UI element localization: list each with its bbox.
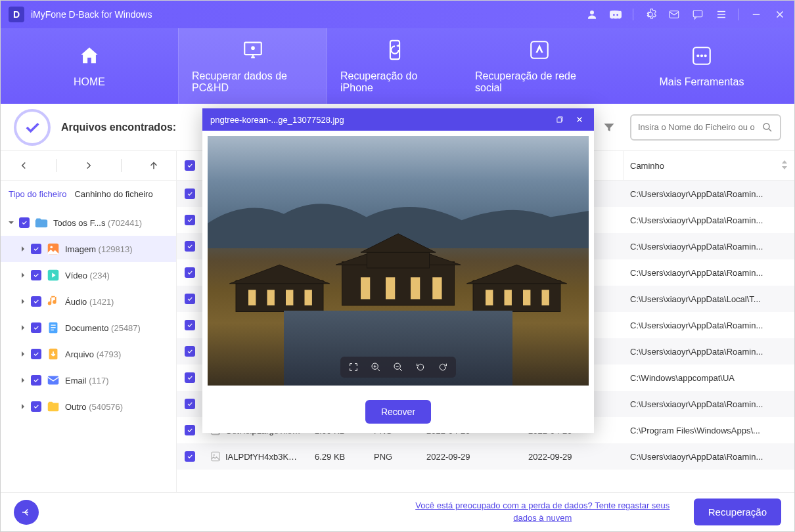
svg-rect-36 (267, 290, 275, 306)
monitor-icon (242, 39, 264, 64)
nav-up[interactable] (141, 156, 167, 175)
fullscreen-icon[interactable] (347, 361, 360, 374)
rotate-left-icon[interactable] (414, 361, 427, 374)
tree-item[interactable]: Outro (540576) (1, 393, 176, 420)
row-checkbox[interactable] (185, 399, 195, 409)
footer-recover-button[interactable]: Recuperação (694, 499, 781, 525)
category-icon (45, 241, 61, 257)
svg-rect-43 (361, 278, 370, 299)
tab-recover-iphone[interactable]: Recuperação do iPhone (327, 28, 462, 104)
tree-item[interactable]: Documento (25487) (1, 315, 176, 341)
tree-checkbox[interactable] (31, 375, 41, 386)
svg-rect-6 (531, 41, 548, 58)
svg-rect-26 (557, 118, 561, 122)
caret-icon[interactable] (19, 298, 27, 305)
row-checkbox[interactable] (185, 188, 195, 199)
row-checkbox[interactable] (185, 346, 195, 357)
caret-icon[interactable] (19, 377, 27, 384)
svg-rect-21 (48, 376, 59, 385)
svg-rect-2 (693, 11, 702, 17)
caret-icon[interactable] (19, 246, 27, 252)
tree-checkbox[interactable] (31, 401, 41, 412)
tree-item[interactable]: Áudio (1421) (1, 288, 176, 315)
tree-checkbox[interactable] (31, 270, 41, 280)
row-checkbox[interactable] (185, 320, 195, 330)
preview-close-icon[interactable] (573, 113, 586, 126)
tree-checkbox[interactable] (31, 349, 41, 359)
nav-forward[interactable] (76, 156, 102, 175)
row-checkbox[interactable] (185, 425, 195, 435)
preview-filename: pngtree-korean-...ge_13077528.jpg (210, 115, 547, 125)
svg-point-8 (696, 54, 699, 56)
tree-item[interactable]: Vídeo (234) (1, 262, 176, 288)
more-icon (691, 45, 713, 70)
th-path[interactable]: Caminho (624, 151, 794, 180)
mail-icon[interactable] (668, 8, 681, 21)
tree-item[interactable]: Imagem (129813) (1, 236, 176, 262)
preview-recover-button[interactable]: Recover (365, 400, 431, 424)
feedback-icon[interactable] (691, 8, 704, 21)
category-icon (45, 320, 61, 336)
sidebar: Tipo do ficheiro Canhinho do ficheiro To… (1, 151, 177, 492)
tree-checkbox[interactable] (19, 217, 30, 228)
rotate-right-icon[interactable] (436, 361, 449, 374)
tree-item[interactable]: Todos os F...s (702441) (1, 210, 176, 236)
caret-icon[interactable] (19, 324, 27, 331)
row-checkbox[interactable] (185, 267, 195, 278)
filter-icon[interactable] (599, 117, 620, 138)
category-icon (45, 399, 61, 414)
app-logo: D (9, 7, 24, 22)
preview-modal: pngtree-korean-...ge_13077528.jpg Recove… (202, 108, 594, 433)
row-checkbox[interactable] (185, 451, 195, 462)
zoom-in-icon[interactable] (369, 361, 382, 374)
preview-restore-icon[interactable] (553, 113, 566, 126)
tab-more-tools[interactable]: Mais Ferramentas (616, 28, 787, 104)
caret-icon[interactable] (19, 403, 27, 410)
caret-icon[interactable] (19, 351, 27, 357)
category-icon (45, 372, 61, 388)
category-icon (45, 267, 61, 283)
category-icon (34, 215, 49, 231)
tree-item[interactable]: Email (117) (1, 367, 176, 393)
tab-recover-social[interactable]: Recuperação de rede social (462, 28, 616, 104)
search-input-wrap[interactable] (630, 114, 781, 141)
table-row[interactable]: IALPDfYH4xb3KUj...6.29 KBPNG2022-09-2920… (177, 443, 794, 470)
tab-recover-pc[interactable]: Recuperar dados de PC&HD (179, 28, 327, 104)
row-checkbox[interactable] (185, 294, 195, 304)
sidebar-tab-path[interactable]: Canhinho do ficheiro (74, 189, 152, 199)
zoom-out-icon[interactable] (392, 361, 405, 374)
appstore-icon (528, 39, 551, 64)
svg-rect-38 (305, 290, 312, 306)
caret-icon[interactable] (19, 272, 27, 278)
svg-rect-35 (248, 290, 256, 306)
svg-marker-34 (467, 265, 567, 284)
row-checkbox[interactable] (185, 215, 195, 225)
menu-icon[interactable] (715, 8, 728, 21)
search-input[interactable] (638, 122, 756, 132)
tree-item[interactable]: Arquivo (4793) (1, 341, 176, 367)
row-checkbox[interactable] (185, 372, 195, 383)
gear-icon[interactable] (644, 8, 657, 21)
close-icon[interactable] (773, 8, 786, 21)
nav-back[interactable] (11, 156, 37, 175)
svg-marker-32 (230, 265, 330, 284)
tree-checkbox[interactable] (31, 244, 41, 254)
tree-checkbox[interactable] (31, 322, 41, 333)
sidebar-tab-type[interactable]: Tipo do ficheiro (9, 189, 66, 199)
category-icon (45, 346, 61, 362)
tree-label: Imagem (129813) (65, 244, 133, 254)
select-all-checkbox[interactable] (185, 160, 195, 171)
footer-cloud-link[interactable]: Você está preocupado com a perda de dado… (405, 500, 681, 523)
footer-back-button[interactable] (14, 500, 39, 525)
row-checkbox[interactable] (185, 241, 195, 252)
minimize-icon[interactable] (750, 8, 763, 21)
discord-icon[interactable] (609, 8, 622, 21)
titlebar: D iMyFone D-Back for Windows (1, 1, 794, 28)
account-icon[interactable] (585, 8, 599, 21)
tree-checkbox[interactable] (31, 296, 41, 307)
tab-home[interactable]: HOME (1, 28, 178, 104)
caret-icon[interactable] (7, 219, 15, 226)
svg-rect-17 (51, 324, 55, 325)
svg-rect-24 (212, 452, 219, 461)
tree-label: Áudio (1421) (65, 297, 114, 307)
